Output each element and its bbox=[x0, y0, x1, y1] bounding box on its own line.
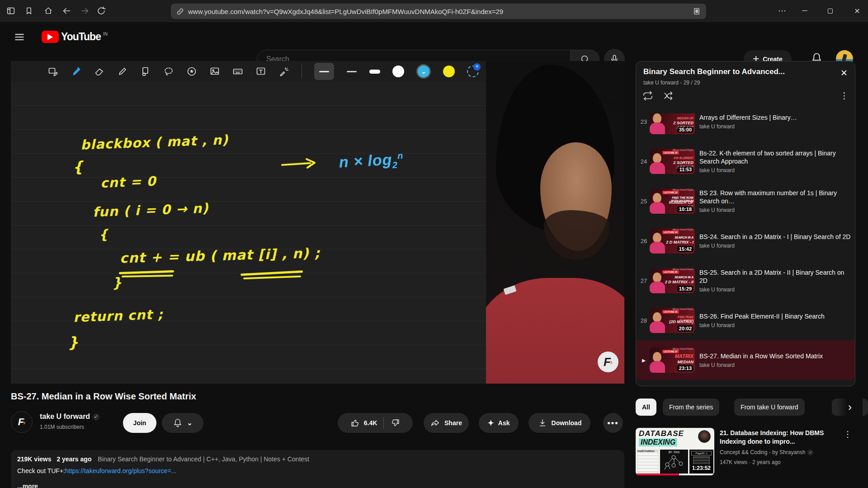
region-code: IN bbox=[103, 32, 108, 37]
video-thumbnail: #Binary Search Playlist LECTURE 26 FIND … bbox=[650, 308, 695, 333]
browser-menu-button[interactable]: ⋯ bbox=[777, 5, 788, 16]
recommended-channel-row[interactable]: Concept && Coding - by Shrayansh ✓ bbox=[720, 449, 813, 455]
playlist-menu-icon[interactable]: ⋮ bbox=[840, 90, 849, 101]
youtube-logo[interactable]: YouTube IN bbox=[42, 31, 108, 43]
reload-icon[interactable] bbox=[96, 5, 107, 16]
chips-scroll-right-icon[interactable]: › bbox=[837, 399, 863, 416]
sticker-star-icon[interactable] bbox=[186, 66, 197, 77]
color-blue-selected[interactable]: ⌄ bbox=[416, 64, 431, 79]
show-more-button[interactable]: ...more bbox=[17, 483, 38, 488]
board-line: { bbox=[98, 226, 109, 242]
chip-from-series[interactable]: From the series bbox=[663, 399, 719, 416]
subscribed-bell-button[interactable]: ⌄ bbox=[162, 413, 203, 433]
download-icon bbox=[538, 418, 547, 428]
description-box[interactable]: 219K views 2 years ago Binary Search Beg… bbox=[11, 450, 624, 488]
line-weight-medium[interactable] bbox=[346, 66, 357, 77]
tab-layout-icon[interactable] bbox=[5, 5, 16, 16]
playlist-item-current[interactable]: ▶ #Binary Search Playlist LECTURE 27 MAT… bbox=[636, 340, 855, 380]
line-weight-thick[interactable] bbox=[369, 66, 380, 77]
item-title: BS-25. Search in a 2D Matrix - II | Bina… bbox=[699, 268, 851, 285]
playlist-item[interactable]: 24 #Binary Search Playlist LECTURE 23 Kt… bbox=[636, 141, 855, 181]
pencil-icon[interactable] bbox=[117, 66, 128, 77]
loop-icon[interactable] bbox=[642, 90, 653, 101]
playlist-item[interactable]: 23 MEDIAN OF 2 SORTED ARRAYS 35:00 Array… bbox=[636, 113, 855, 141]
board-line: } bbox=[112, 274, 123, 291]
screen-annotate-icon[interactable] bbox=[48, 66, 59, 77]
pen-tool-icon-selected[interactable] bbox=[71, 66, 82, 77]
reader-mode-icon[interactable] bbox=[693, 7, 701, 15]
like-dislike-group: 6.4K bbox=[338, 413, 413, 433]
item-channel: take U forward bbox=[699, 167, 851, 174]
color-yellow[interactable] bbox=[443, 66, 455, 77]
eraser-icon[interactable] bbox=[94, 66, 105, 77]
close-window-button[interactable]: ✕ bbox=[852, 5, 863, 16]
color-custom-picker[interactable]: + bbox=[467, 66, 479, 77]
color-white[interactable] bbox=[392, 66, 404, 77]
recommended-meta: 147K views · 2 years ago bbox=[720, 459, 781, 465]
thumb-word-2: INDEXING bbox=[639, 438, 677, 446]
share-button[interactable]: Share bbox=[424, 413, 469, 433]
playlist-item[interactable]: 28 #Binary Search Playlist LECTURE 26 FI… bbox=[636, 300, 855, 340]
video-thumbnail: #Binary Search Playlist LECTURE 24 SEARC… bbox=[650, 228, 695, 253]
laser-pointer-icon[interactable] bbox=[278, 66, 289, 77]
item-title: Bs-22. K-th element of two sorted arrays… bbox=[699, 149, 851, 165]
minimize-button[interactable]: – bbox=[799, 5, 810, 15]
keyboard-icon[interactable] bbox=[232, 66, 243, 77]
chip-all[interactable]: All bbox=[636, 399, 656, 416]
text-tool-icon[interactable] bbox=[255, 66, 266, 77]
tuf-plus-link[interactable]: https://takeuforward.org/plus?source=... bbox=[65, 467, 176, 474]
thumb-presenter-avatar bbox=[698, 430, 711, 443]
ask-button[interactable]: ✦ Ask bbox=[479, 413, 519, 433]
youtube-header: YouTube IN + Create bbox=[0, 22, 868, 52]
channel-name[interactable]: take U forward bbox=[40, 413, 90, 421]
playlist-items: 23 MEDIAN OF 2 SORTED ARRAYS 35:00 Array… bbox=[636, 113, 855, 386]
channel-name-row[interactable]: take U forward ✓ bbox=[40, 413, 99, 421]
playlist-item[interactable]: 26 #Binary Search Playlist LECTURE 24 SE… bbox=[636, 221, 855, 261]
home-icon[interactable] bbox=[43, 5, 54, 16]
close-playlist-icon[interactable]: ✕ bbox=[839, 66, 849, 80]
playlist-item[interactable]: 27 #Binary Search Playlist LECTURE 25 SE… bbox=[636, 261, 855, 300]
recommended-menu-icon[interactable]: ⋮ bbox=[844, 429, 852, 439]
channel-watermark[interactable]: F› bbox=[598, 352, 618, 372]
annotation-toolbar: ⌄ + bbox=[11, 61, 486, 82]
chip-from-channel[interactable]: From take U forward bbox=[734, 399, 805, 416]
lasso-select-icon[interactable] bbox=[163, 66, 174, 77]
video-thumbnail: #Binary Search Playlist LECTURE 25 SEARC… bbox=[650, 268, 695, 293]
logo-text: YouTube bbox=[61, 31, 101, 43]
recommended-title[interactable]: 21. Database Indexing: How DBMS Indexing… bbox=[720, 429, 834, 446]
address-bar[interactable]: www.youtube.com/watch?v=Q9wXgdxJq48&list… bbox=[171, 4, 706, 19]
image-insert-icon[interactable] bbox=[209, 66, 220, 77]
collections-icon[interactable] bbox=[24, 5, 34, 16]
thumb-up-icon bbox=[350, 418, 360, 428]
shuffle-icon[interactable] bbox=[663, 90, 674, 101]
duration-badge: 23:13 bbox=[677, 365, 693, 371]
duration-badge: 15:29 bbox=[677, 286, 693, 292]
join-button[interactable]: Join bbox=[123, 413, 156, 433]
board-line: } bbox=[67, 333, 80, 351]
channel-avatar[interactable]: F› bbox=[11, 411, 33, 433]
item-index: 28 bbox=[638, 317, 650, 324]
more-actions-button[interactable]: ••• bbox=[603, 413, 623, 433]
watch-progress-bar bbox=[636, 474, 679, 475]
back-icon[interactable] bbox=[61, 5, 72, 16]
recommended-thumbnail[interactable]: DATABASE INDEXING EmpID EmpName B+ Tree … bbox=[636, 428, 714, 475]
video-player[interactable]: ⌄ + blackbox ( mat , n) { cnt = 0 fun ( … bbox=[11, 61, 624, 384]
item-index: 23 bbox=[638, 118, 650, 125]
dislike-button[interactable] bbox=[384, 418, 407, 428]
item-title: BS 23. Row with maximum number of 1s | B… bbox=[699, 189, 851, 205]
video-thumbnail: #Binary Search Playlist LECTURE 23 Kth E… bbox=[650, 149, 695, 174]
playlist-item[interactable]: 25 #Binary Search Playlist LECTURE 23 FI… bbox=[636, 181, 855, 221]
upload-age: 2 years ago bbox=[57, 455, 91, 463]
forward-icon[interactable] bbox=[80, 5, 90, 16]
hamburger-menu-icon[interactable] bbox=[14, 31, 25, 43]
shape-cut-icon[interactable] bbox=[140, 66, 151, 77]
chevron-down-icon: ⌄ bbox=[421, 68, 426, 75]
item-channel: take U forward bbox=[699, 207, 851, 213]
whiteboard-canvas[interactable] bbox=[11, 82, 486, 384]
download-button[interactable]: Download bbox=[528, 413, 590, 433]
line-weight-thin-selected[interactable] bbox=[314, 63, 334, 80]
item-index: 24 bbox=[638, 158, 650, 165]
restore-button[interactable] bbox=[825, 5, 835, 16]
like-button[interactable]: 6.4K bbox=[343, 418, 384, 428]
sparkle-icon: ✦ bbox=[488, 418, 494, 428]
